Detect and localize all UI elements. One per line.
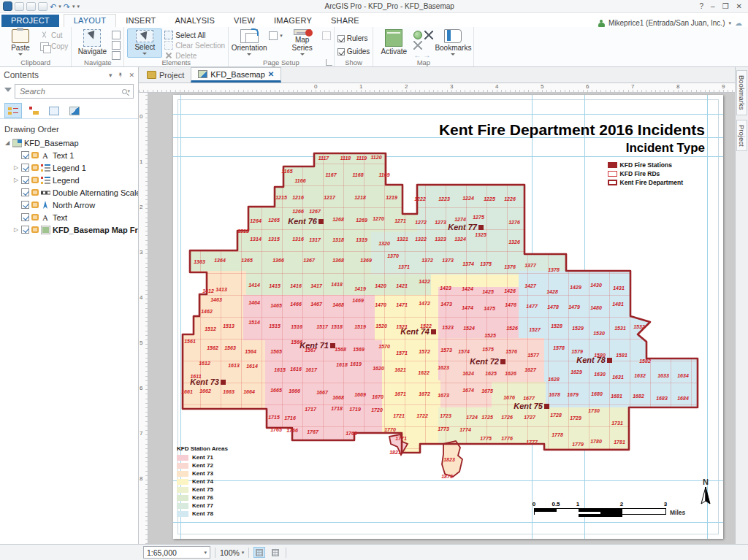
zoom-control[interactable]: 100% ▾	[220, 548, 244, 557]
map-series-button[interactable]: Map Series	[285, 28, 320, 58]
clear-selection-button[interactable]: Clear Selection	[164, 41, 225, 50]
layout-page[interactable]: Kent Fire Department 2016 Incidents Inci…	[173, 95, 723, 539]
help-button[interactable]: ?	[700, 2, 704, 10]
search-icon[interactable]	[122, 89, 127, 94]
show-grid-button[interactable]	[270, 547, 281, 558]
zoom-full-button[interactable]	[112, 31, 121, 39]
paste-button[interactable]: Paste	[3, 28, 38, 58]
tree-item[interactable]: AText	[1, 211, 138, 223]
map-series-dropdown-icon[interactable]	[300, 53, 305, 58]
tab-imagery[interactable]: IMAGERY	[264, 15, 321, 27]
portal-cloud-icon[interactable]: ☁	[735, 19, 742, 27]
expander-icon[interactable]: ▷	[13, 177, 19, 183]
redo-icon[interactable]: ↷	[64, 3, 70, 10]
undo-icon[interactable]: ↶	[50, 3, 56, 10]
project-side-tab[interactable]: Project	[736, 120, 747, 152]
guides-check-icon[interactable]	[337, 48, 345, 55]
grid-cell-label: 1571	[396, 350, 408, 356]
ribbon: Paste Cut Copy Clipboard Navigate Naviga…	[0, 27, 748, 67]
zoom-selection-button[interactable]	[112, 41, 121, 50]
station-area-swatch	[177, 471, 188, 477]
layer-checkbox[interactable]	[21, 164, 29, 172]
search-input[interactable]	[18, 86, 122, 96]
tab-insert[interactable]: INSERT	[116, 15, 165, 27]
map-frame[interactable]: 1117111811191120116511661167116811691215…	[179, 152, 712, 488]
guide-line	[173, 522, 723, 523]
layer-checkbox[interactable]	[21, 151, 29, 159]
grid-cell-label: 1581	[616, 353, 627, 358]
list-by-selection-tab[interactable]	[45, 103, 63, 118]
redo-dropdown-icon[interactable]: ▾	[72, 4, 75, 9]
expander-icon[interactable]: ▷	[13, 226, 19, 233]
account-name[interactable]: Mikeprice1 (Entrada/San Juan, Inc.)	[608, 19, 725, 27]
grid-cell-label: 1725	[481, 415, 493, 420]
layer-checkbox[interactable]	[21, 176, 29, 184]
zoom-full-icon	[112, 31, 121, 39]
layer-checkbox[interactable]	[21, 226, 29, 234]
select-all-button[interactable]: Select All	[164, 31, 225, 39]
close-view-icon[interactable]: ✕	[268, 70, 274, 78]
view-tab-kfd-basemap[interactable]: KFD_Basemap ✕	[191, 67, 281, 83]
grid-cell-label: 1614	[246, 364, 258, 369]
layer-checkbox[interactable]	[21, 201, 29, 209]
restore-button[interactable]: ❐	[722, 2, 729, 10]
paste-dropdown-icon[interactable]	[18, 53, 23, 58]
save-as-icon[interactable]	[38, 2, 47, 11]
snap-to-grid-button[interactable]	[253, 547, 265, 558]
tree-item[interactable]: ◢KFD_Basemap	[1, 137, 138, 149]
open-project-icon[interactable]	[15, 2, 24, 11]
filter-icon[interactable]	[4, 88, 12, 96]
view-tab-project[interactable]: Project	[140, 67, 191, 83]
select-button[interactable]: Select	[127, 28, 162, 58]
minimize-button[interactable]: –	[711, 2, 715, 10]
panel-menu-icon[interactable]: ▾	[109, 72, 112, 79]
navigate-button[interactable]: Navigate	[75, 28, 110, 58]
expander-icon[interactable]: ▷	[13, 164, 19, 171]
scale-combo[interactable]: 1:65,000 ▾	[143, 546, 210, 559]
tree-item[interactable]: AText 1	[1, 149, 138, 161]
bookmarks-dropdown-icon[interactable]	[451, 53, 455, 58]
layout-canvas[interactable]: 012345678 Kent Fire Department 2016 Inci…	[139, 93, 735, 544]
bookmarks-side-tab[interactable]: Bookmarks	[736, 70, 747, 115]
tree-item[interactable]: Double Alternating Scale Bar	[1, 186, 138, 199]
tab-view[interactable]: VIEW	[224, 15, 264, 27]
undo-dropdown-icon[interactable]: ▾	[58, 4, 61, 9]
close-button[interactable]: ✕	[736, 2, 742, 10]
copy-button[interactable]: Copy	[40, 42, 68, 51]
cut-button[interactable]: Cut	[40, 31, 68, 40]
layer-checkbox[interactable]	[21, 213, 29, 221]
tree-item[interactable]: ▷KFD_Basemap Map Frame	[1, 223, 138, 236]
tab-layout[interactable]: LAYOUT	[64, 14, 116, 27]
grid-cell-label: 1579	[571, 349, 583, 354]
panel-close-icon[interactable]: ✕	[129, 72, 134, 79]
tree-item[interactable]: ▷Legend 1	[1, 161, 138, 174]
list-by-editing-tab[interactable]	[66, 103, 83, 118]
expander-icon[interactable]: ◢	[4, 139, 10, 146]
pin-icon[interactable]: 🖈	[117, 72, 123, 79]
rulers-check-icon[interactable]	[337, 35, 345, 42]
tab-analysis[interactable]: ANALYSIS	[166, 15, 225, 27]
rulers-checkbox[interactable]: Rulers	[337, 34, 370, 43]
tab-project[interactable]: PROJECT	[1, 15, 59, 27]
save-project-icon[interactable]	[26, 2, 36, 11]
account-dropdown-icon[interactable]: ▾	[728, 20, 731, 26]
search-box[interactable]: ▾	[15, 84, 134, 99]
scale-dropdown-icon[interactable]: ▾	[204, 550, 207, 556]
guides-checkbox[interactable]: Guides	[337, 47, 370, 56]
list-by-drawing-order-tab[interactable]	[4, 103, 22, 118]
zoom-dropdown-icon[interactable]: ▾	[242, 550, 245, 556]
tree-item[interactable]: North Arrow	[1, 199, 138, 211]
tab-share[interactable]: SHARE	[321, 15, 369, 27]
select-dropdown-icon[interactable]	[142, 53, 147, 57]
tree-item[interactable]: ▷Legend	[1, 174, 138, 186]
activate-button[interactable]: Activate	[376, 28, 411, 58]
orientation-button[interactable]: Orientation	[232, 28, 267, 58]
series-pages-button[interactable]	[322, 31, 331, 40]
extent-nav-buttons[interactable]	[413, 41, 433, 50]
layer-checkbox[interactable]	[21, 188, 29, 196]
orientation-dropdown-icon[interactable]	[247, 53, 251, 58]
full-extent-button[interactable]	[413, 31, 433, 39]
list-by-source-tab[interactable]	[25, 103, 42, 118]
bookmarks-button[interactable]: Bookmarks	[435, 28, 470, 58]
page-size-button[interactable]: ▾	[269, 31, 283, 40]
